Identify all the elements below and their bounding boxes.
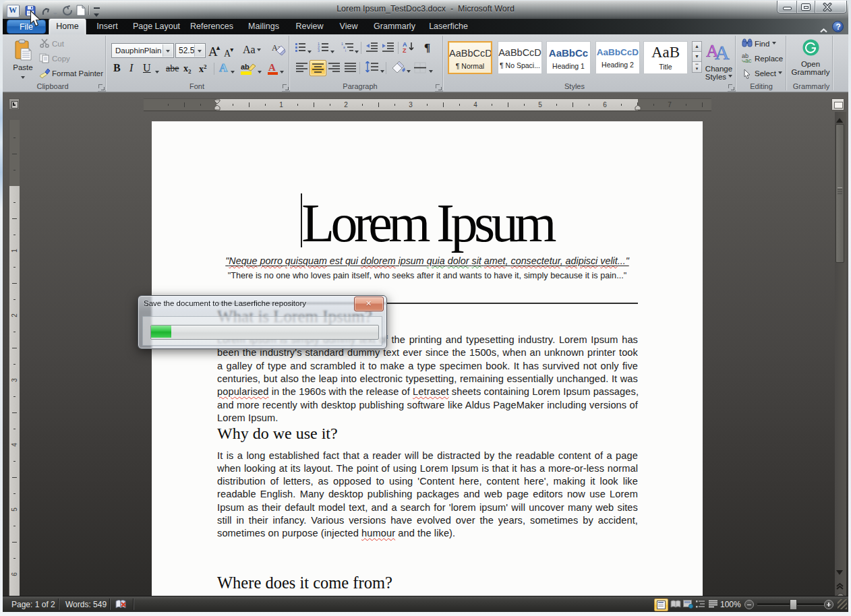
svg-text:3: 3 <box>318 49 320 53</box>
svg-text:i: i <box>345 49 346 53</box>
svg-text:Z: Z <box>403 47 407 53</box>
svg-text:A: A <box>268 62 276 73</box>
svg-text:A: A <box>715 41 730 61</box>
